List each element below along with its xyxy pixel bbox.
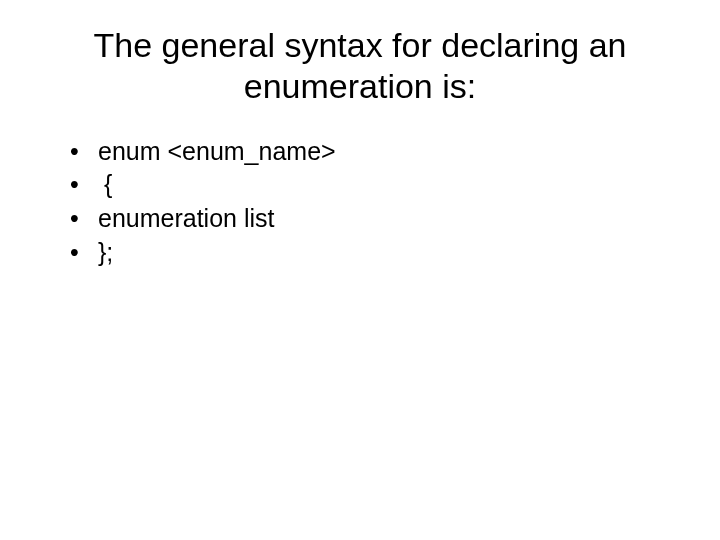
- list-item: • enumeration list: [70, 202, 670, 236]
- bullet-text: {: [98, 168, 670, 202]
- bullet-marker: •: [70, 168, 98, 202]
- bullet-marker: •: [70, 135, 98, 169]
- list-item: • enum <enum_name>: [70, 135, 670, 169]
- list-item: • {: [70, 168, 670, 202]
- bullet-text: };: [98, 236, 670, 270]
- bullet-marker: •: [70, 236, 98, 270]
- bullet-marker: •: [70, 202, 98, 236]
- bullet-text: enumeration list: [98, 202, 670, 236]
- bullet-text: enum <enum_name>: [98, 135, 670, 169]
- slide-title: The general syntax for declaring an enum…: [50, 25, 670, 107]
- list-item: • };: [70, 236, 670, 270]
- bullet-list: • enum <enum_name> • { • enumeration lis…: [50, 135, 670, 270]
